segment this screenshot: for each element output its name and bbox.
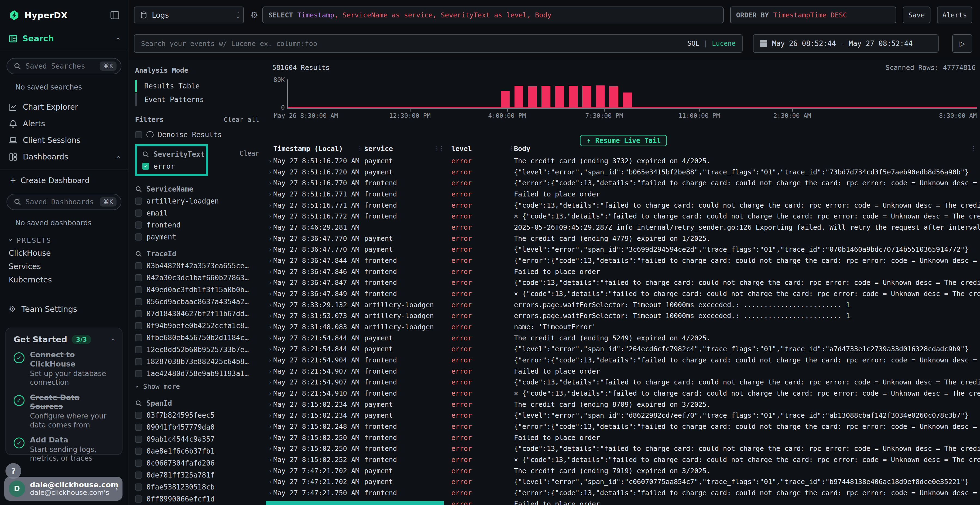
column-header-body[interactable]: Body bbox=[514, 145, 530, 152]
filter-option[interactable]: 07d184304627bf2f11b67dd… bbox=[135, 310, 267, 318]
filter-option[interactable]: 0de781ff325a781f bbox=[135, 471, 267, 479]
get-started-item[interactable]: ✓ Create Data Sources Configure where yo… bbox=[14, 393, 115, 430]
filter-option[interactable]: 0fbe680eb456750b2d1184c… bbox=[135, 333, 267, 342]
clear-all-filters-link[interactable]: Clear all bbox=[224, 116, 259, 124]
denoise-results-checkbox-row[interactable]: Denoise Results bbox=[135, 130, 267, 139]
checkbox[interactable] bbox=[135, 370, 142, 377]
row-expand-chevron-icon[interactable]: › bbox=[269, 211, 272, 222]
sidebar-item-client-sessions[interactable]: Client Sessions bbox=[0, 132, 128, 149]
checkbox[interactable] bbox=[135, 262, 142, 269]
checkbox[interactable] bbox=[135, 358, 142, 365]
get-started-item[interactable]: ✓ Connect to ClickHouse Set up your data… bbox=[14, 350, 115, 387]
results-table[interactable]: › May 27 8:51:16.720 AM payment error Th… bbox=[267, 156, 980, 505]
row-expand-chevron-icon[interactable]: › bbox=[269, 465, 272, 477]
table-row[interactable]: › May 27 8:15:02.248 AM frontend error {… bbox=[267, 421, 980, 432]
checkbox[interactable] bbox=[135, 310, 142, 317]
table-row[interactable]: › May 27 8:36:47.844 AM frontend error {… bbox=[267, 255, 980, 266]
saved-dashboards-input[interactable]: Saved Dashboards ⌘K bbox=[6, 194, 121, 210]
row-expand-chevron-icon[interactable]: › bbox=[269, 255, 272, 266]
table-row[interactable]: › May 27 8:21:54.907 AM frontend error F… bbox=[267, 366, 980, 377]
alerts-button[interactable]: Alerts bbox=[937, 6, 972, 24]
checkbox[interactable] bbox=[135, 298, 142, 305]
table-row[interactable]: › May 27 8:15:02.234 AM payment error {"… bbox=[267, 410, 980, 421]
filter-option[interactable]: 03f7b824595feec5 bbox=[135, 411, 267, 419]
create-dashboard-button[interactable]: + Create Dashboard bbox=[0, 170, 128, 186]
row-expand-chevron-icon[interactable]: › bbox=[269, 432, 272, 443]
checkbox[interactable] bbox=[135, 210, 142, 217]
filter-option[interactable]: 056cd9acbaac8637a4354a2… bbox=[135, 298, 267, 306]
histogram-bar[interactable] bbox=[582, 86, 591, 108]
row-expand-chevron-icon[interactable]: › bbox=[269, 322, 272, 333]
histogram-bar[interactable] bbox=[528, 86, 537, 108]
table-row[interactable]: › May 27 8:51:16.770 AM frontend error {… bbox=[267, 178, 980, 189]
filter-option[interactable]: 12ec8dd52b60b9525733b7e… bbox=[135, 346, 267, 354]
checkbox[interactable] bbox=[135, 472, 142, 479]
row-expand-chevron-icon[interactable]: › bbox=[269, 189, 272, 200]
row-expand-chevron-icon[interactable]: › bbox=[269, 244, 272, 255]
table-row[interactable]: › May 27 7:47:21.750 AM frontend error {… bbox=[267, 488, 980, 499]
row-expand-chevron-icon[interactable]: › bbox=[269, 344, 272, 355]
row-expand-chevron-icon[interactable]: › bbox=[269, 454, 272, 465]
mode-event-patterns[interactable]: Event Patterns bbox=[135, 93, 267, 106]
filter-option[interactable]: 0fae5381230518cb bbox=[135, 483, 267, 491]
sidebar-item-team-settings[interactable]: ⚙ Team Settings bbox=[0, 301, 128, 318]
sidebar-item-dashboards[interactable]: Dashboards › bbox=[0, 149, 128, 165]
histogram-bar[interactable] bbox=[541, 86, 550, 108]
row-expand-chevron-icon[interactable]: › bbox=[269, 421, 272, 432]
table-row[interactable]: › May 27 8:33:29.132 AM artillery-loadge… bbox=[267, 300, 980, 311]
checkbox[interactable] bbox=[135, 197, 142, 205]
checkbox[interactable] bbox=[135, 495, 142, 503]
lucene-mode-toggle[interactable]: Lucene bbox=[712, 40, 735, 48]
row-expand-chevron-icon[interactable]: › bbox=[269, 300, 272, 311]
chevron-up-icon[interactable]: › bbox=[110, 338, 116, 341]
filter-option[interactable]: 0ae8e1f6c6b37fb1 bbox=[135, 447, 267, 455]
histogram-bar[interactable] bbox=[555, 86, 564, 108]
table-row[interactable]: › May 27 8:15:02.234 AM payment error Th… bbox=[267, 399, 980, 410]
checkbox[interactable] bbox=[135, 346, 142, 353]
histogram-bar[interactable] bbox=[501, 91, 510, 108]
row-expand-chevron-icon[interactable]: › bbox=[269, 178, 272, 189]
table-row[interactable]: › May 27 8:51:16.771 AM frontend error F… bbox=[267, 189, 980, 200]
filter-option[interactable]: 042a30c3dc1baf660b27863… bbox=[135, 274, 267, 282]
search-icon[interactable] bbox=[135, 400, 142, 407]
histogram-bar[interactable] bbox=[623, 92, 632, 108]
severity-clear-link[interactable]: Clear bbox=[240, 150, 259, 157]
table-row[interactable]: › May 27 8:51:16.771 AM frontend error {… bbox=[267, 200, 980, 211]
table-row[interactable]: › May 27 8:51:16.720 AM payment error Th… bbox=[267, 156, 980, 167]
checkbox[interactable] bbox=[135, 436, 142, 443]
chart-plot[interactable]: May 26 8:30:00 AM12:30:00 PM4:00:00 PM7:… bbox=[287, 79, 977, 109]
checkbox[interactable] bbox=[135, 233, 142, 241]
row-expand-chevron-icon[interactable]: › bbox=[269, 200, 272, 211]
search-icon[interactable] bbox=[142, 151, 149, 158]
histogram-bar[interactable] bbox=[514, 86, 523, 108]
row-expand-chevron-icon[interactable]: › bbox=[269, 333, 272, 344]
filter-option[interactable]: 049ed0ac3fdb1f3f15a0b0b… bbox=[135, 286, 267, 294]
filter-option[interactable]: 0c0667304fafd206 bbox=[135, 459, 267, 467]
table-row[interactable]: › May 27 8:15:02.250 AM frontend error F… bbox=[267, 432, 980, 443]
search-icon[interactable] bbox=[135, 250, 142, 257]
mode-results-table[interactable]: Results Table bbox=[135, 80, 267, 92]
run-query-button[interactable]: ▷ bbox=[952, 34, 972, 53]
filter-option[interactable]: payment bbox=[135, 233, 267, 241]
save-button[interactable]: Save bbox=[903, 6, 931, 24]
events-histogram[interactable]: 80K 0 May 26 8:30:00 AM12:30:00 PM4:00:0… bbox=[272, 76, 977, 125]
sql-mode-toggle[interactable]: SQL bbox=[687, 40, 699, 48]
row-expand-chevron-icon[interactable]: › bbox=[269, 443, 272, 454]
histogram-bar[interactable] bbox=[569, 86, 578, 108]
table-row[interactable]: › May 27 8:21:54.844 AM payment error {"… bbox=[267, 344, 980, 355]
sidebar-item-search[interactable]: Search › bbox=[0, 27, 128, 50]
row-expand-chevron-icon[interactable]: › bbox=[269, 488, 272, 499]
column-header-timestamp[interactable]: Timestamp (Local) bbox=[273, 145, 343, 152]
search-icon[interactable] bbox=[135, 186, 142, 193]
filter-option[interactable]: 0ff8990066efcf1d bbox=[135, 495, 267, 503]
filter-option[interactable]: artillery-loadgen bbox=[135, 197, 267, 205]
table-row[interactable]: › May 27 8:36:47.770 AM payment error Th… bbox=[267, 233, 980, 245]
resume-live-tail-button[interactable]: Resume Live Tail bbox=[580, 135, 667, 146]
table-row[interactable]: › May 27 8:51:16.772 AM frontend error ×… bbox=[267, 211, 980, 222]
checkbox[interactable] bbox=[142, 163, 149, 170]
select-query-input[interactable]: SELECTTimestamp, ServiceName as service,… bbox=[262, 6, 724, 24]
table-row[interactable]: › May 27 8:21:54.907 AM frontend error {… bbox=[267, 377, 980, 388]
filter-option[interactable]: error bbox=[142, 162, 201, 170]
checkbox[interactable] bbox=[135, 412, 142, 419]
table-row[interactable]: › May 27 8:36:47.849 AM frontend error ×… bbox=[267, 288, 980, 300]
